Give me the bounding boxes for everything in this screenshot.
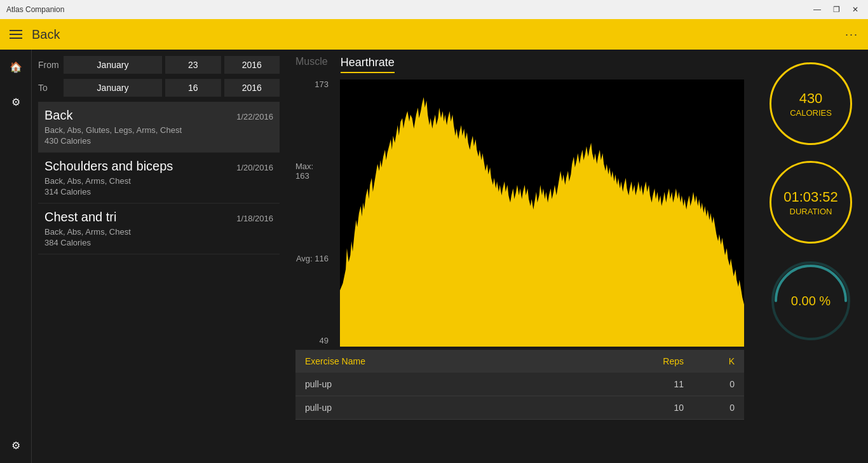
percentage-text: 0.00 %	[791, 294, 831, 308]
max-label: Max: 163	[295, 162, 329, 181]
title-bar: Atlas Companion — ❐ ✕	[0, 0, 868, 19]
workout-date: 1/18/2016	[236, 214, 273, 223]
table-header: Exercise Name Reps K	[295, 350, 744, 373]
hamburger-menu[interactable]	[10, 30, 22, 39]
duration-value: 01:03:52	[783, 189, 838, 205]
content-tabs: MuscleHearthrate	[295, 56, 744, 73]
table-row: pull-up 11 0	[295, 373, 744, 396]
minimize-button[interactable]: —	[811, 5, 824, 14]
date-from-row: From January 23 2016	[38, 56, 280, 74]
workout-date: 1/20/2016	[236, 163, 273, 172]
sidebar-item-home[interactable]: 🏠	[4, 56, 27, 78]
heartrate-svg	[340, 79, 744, 347]
workout-muscles: Back, Abs, Arms, Chest	[44, 227, 273, 237]
y-axis: 173 Max: 163 Avg: 116 49	[295, 79, 334, 347]
to-month-field[interactable]: January	[64, 79, 162, 97]
app-title: Atlas Companion	[6, 5, 64, 14]
exercise-reps: 11	[620, 379, 684, 389]
exercise-k: 0	[684, 403, 735, 413]
th-k: K	[684, 356, 735, 366]
hamburger-line	[10, 30, 22, 31]
duration-label: DURATION	[790, 207, 832, 216]
workout-name: Chest and tri	[44, 210, 116, 225]
left-panel: From January 23 2016 To January 16 2016 …	[32, 50, 286, 463]
workout-calories: 384 Calories	[44, 238, 273, 247]
tab-muscle[interactable]: Muscle	[295, 56, 328, 73]
app-header: Back ···	[0, 19, 868, 50]
tab-hearthrate[interactable]: Hearthrate	[341, 56, 395, 73]
from-month-field[interactable]: January	[64, 56, 162, 74]
sidebar-item-settings[interactable]: ⚙	[6, 434, 25, 457]
right-panel: 430 CALORIES 01:03:52 DURATION 0.00 %	[754, 50, 868, 463]
sidebar: 🏠 ⚙ ⚙	[0, 50, 32, 463]
exercise-name: pull-up	[305, 379, 620, 389]
exercise-table: Exercise Name Reps K pull-up 11 0 pull-u…	[295, 350, 744, 420]
main-layout: 🏠 ⚙ ⚙ From January 23 2016 To January 16…	[0, 50, 868, 463]
exercise-name: pull-up	[305, 403, 620, 413]
sidebar-bottom: ⚙	[6, 434, 25, 463]
content-area: MuscleHearthrate 173 Max: 163 Avg: 116 4…	[286, 50, 754, 463]
from-day-field[interactable]: 23	[165, 56, 221, 74]
y-top: 173	[315, 79, 329, 89]
exercise-k: 0	[684, 379, 735, 389]
page-title: Back	[32, 27, 60, 42]
to-year-field[interactable]: 2016	[224, 79, 280, 97]
hamburger-line	[10, 38, 22, 39]
calories-value: 430	[799, 90, 823, 107]
calories-label: CALORIES	[790, 108, 832, 118]
more-options-button[interactable]: ···	[845, 28, 858, 41]
workout-calories: 430 Calories	[44, 136, 273, 146]
workout-date: 1/22/2016	[236, 112, 273, 121]
th-name: Exercise Name	[305, 356, 620, 366]
to-label: To	[38, 83, 60, 93]
from-year-field[interactable]: 2016	[224, 56, 280, 74]
percentage-value: 0.00 %	[791, 294, 831, 308]
duration-circle: 01:03:52 DURATION	[770, 161, 852, 244]
workout-item[interactable]: Schoulders and biceps 1/20/2016 Back, Ab…	[38, 153, 280, 204]
workout-muscles: Back, Abs, Glutes, Legs, Arms, Chest	[44, 125, 273, 135]
chart-wrapper: 173 Max: 163 Avg: 116 49	[295, 79, 744, 347]
sidebar-item-workout[interactable]: ⚙	[6, 91, 25, 113]
hamburger-line	[10, 34, 22, 35]
workout-name: Back	[44, 108, 72, 123]
workout-name: Schoulders and biceps	[44, 159, 173, 174]
workout-calories: 314 Calories	[44, 187, 273, 197]
date-to-row: To January 16 2016	[38, 79, 280, 97]
chart-area	[340, 79, 744, 347]
avg-label: Avg: 116	[296, 254, 329, 263]
workout-list: Back 1/22/2016 Back, Abs, Glutes, Legs, …	[38, 102, 280, 254]
close-button[interactable]: ✕	[849, 5, 862, 14]
workout-item[interactable]: Chest and tri 1/18/2016 Back, Abs, Arms,…	[38, 204, 280, 254]
th-reps: Reps	[620, 356, 684, 366]
from-label: From	[38, 60, 60, 70]
workout-item[interactable]: Back 1/22/2016 Back, Abs, Glutes, Legs, …	[38, 102, 280, 153]
percentage-circle-wrap: 0.00 %	[770, 259, 852, 342]
header-left: Back	[10, 27, 60, 42]
exercise-reps: 10	[620, 403, 684, 413]
table-row: pull-up 10 0	[295, 396, 744, 420]
y-bottom: 49	[320, 336, 329, 345]
exercise-rows: pull-up 11 0 pull-up 10 0	[295, 373, 744, 420]
window-controls: — ❐ ✕	[811, 5, 862, 14]
calories-circle: 430 CALORIES	[770, 62, 852, 145]
to-day-field[interactable]: 16	[165, 79, 221, 97]
maximize-button[interactable]: ❐	[830, 5, 843, 14]
workout-muscles: Back, Abs, Arms, Chest	[44, 176, 273, 186]
